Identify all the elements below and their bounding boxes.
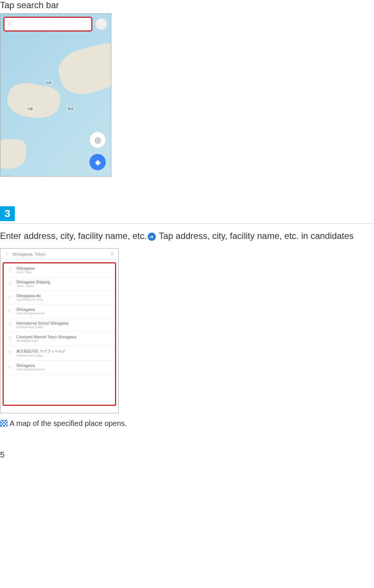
pin-icon (7, 336, 13, 341)
candidate-sub: Gotanda area Tokyo (16, 354, 111, 357)
candidate-sub: map Shinagawa area (16, 368, 111, 371)
candidate-title: Shinagawa (16, 266, 111, 270)
candidate-title: 東京都品川区 マイフィールド (16, 349, 111, 354)
instruction-part-b: Tap address, city, facility name, etc. i… (159, 231, 354, 241)
svg-point-3 (8, 296, 11, 298)
svg-rect-2 (111, 252, 113, 254)
avatar-button[interactable] (95, 18, 107, 30)
landmass (5, 80, 62, 122)
step3-badge-wrap: 3 (0, 206, 374, 223)
candidate-sub: map Shinagawa area (16, 312, 111, 315)
candidate-item[interactable]: 東京都品川区 マイフィールドGotanda area Tokyo (4, 346, 115, 361)
svg-point-0 (8, 22, 11, 25)
landmass (55, 39, 111, 99)
svg-line-6 (11, 312, 12, 313)
svg-line-4 (11, 298, 12, 299)
candidate-item[interactable]: Shinagawa ShippingTokyo, Japan (4, 277, 115, 291)
svg-line-1 (11, 25, 12, 26)
map-label: 東京 (67, 106, 75, 111)
candidate-title: Courtyard Marriott Tokyo Shinagawa (16, 335, 111, 339)
result-note: A map of the specified place opens. (0, 419, 374, 428)
candidate-title: International School Shinagawa (16, 321, 111, 325)
locate-fab[interactable]: ◎ (89, 132, 106, 148)
candidate-title: Shinagawa (16, 308, 111, 312)
candidate-item[interactable]: Shinagawa-ekimap Minato-ku area (4, 291, 115, 305)
mic-icon[interactable] (109, 252, 115, 257)
search-icon (7, 309, 13, 314)
candidate-title: Shinagawa-eki (16, 294, 111, 298)
candidate-sub: Shinagawa-ward (16, 339, 111, 342)
candidate-item[interactable]: Courtyard Marriott Tokyo ShinagawaShinag… (4, 332, 115, 346)
page-number: 5 (0, 450, 374, 460)
directions-fab[interactable]: ◆ (89, 154, 106, 170)
screenshot-map: 日本 大阪 東京 ◎ ◆ (0, 13, 111, 177)
candidate-item[interactable]: Shinagawaward, Tokyo (4, 263, 115, 277)
candidate-list-highlight: Shinagawaward, Tokyo Shinagawa ShippingT… (3, 262, 116, 406)
candidate-sub: ward, Tokyo (16, 270, 111, 274)
step3-instruction: Enter address, city, facility name, etc.… (0, 230, 374, 242)
candidate-item[interactable]: International School ShinagawaGotanda ar… (4, 318, 115, 332)
step-number-badge: 3 (0, 206, 15, 221)
svg-line-8 (11, 368, 12, 369)
candidate-search-header: Shinagawa, Tokyo (0, 249, 118, 260)
search-icon (7, 365, 13, 370)
pin-icon (7, 281, 13, 286)
step2-title: Tap search bar (0, 0, 374, 10)
pin-icon (7, 267, 13, 273)
search-icon (7, 22, 13, 27)
candidate-title: Shinagawa (16, 364, 111, 368)
svg-point-5 (8, 309, 11, 312)
map-label: 大阪 (26, 106, 34, 111)
candidate-sub: Gotanda area Tokyo (16, 325, 111, 329)
pin-icon (7, 350, 13, 355)
candidate-sub: Tokyo, Japan (16, 284, 111, 288)
search-query-text[interactable]: Shinagawa, Tokyo (12, 252, 106, 256)
section-divider (0, 223, 374, 224)
search-bar-highlight[interactable] (3, 17, 92, 32)
candidate-item[interactable]: Shinagawamap Shinagawa area (4, 361, 115, 374)
checkered-flag-icon (0, 420, 7, 427)
back-icon[interactable] (4, 252, 9, 257)
result-text: A map of the specified place opens. (10, 419, 127, 428)
landmass (0, 139, 26, 169)
pin-icon (7, 322, 13, 328)
map-background: 日本 大阪 東京 ◎ ◆ (0, 14, 111, 176)
search-icon (7, 295, 13, 300)
map-label: 日本 (45, 81, 52, 85)
candidate-item[interactable]: Shinagawamap Shinagawa area (4, 305, 115, 318)
screenshot-candidates: Shinagawa, Tokyo Shinagawaward, Tokyo Sh… (0, 248, 119, 413)
instruction-part-a: Enter address, city, facility name, etc. (0, 231, 147, 241)
arrow-right-icon (148, 233, 156, 241)
candidate-sub: map Minato-ku area (16, 298, 111, 301)
svg-point-7 (8, 365, 11, 368)
candidate-title: Shinagawa Shipping (16, 280, 111, 284)
